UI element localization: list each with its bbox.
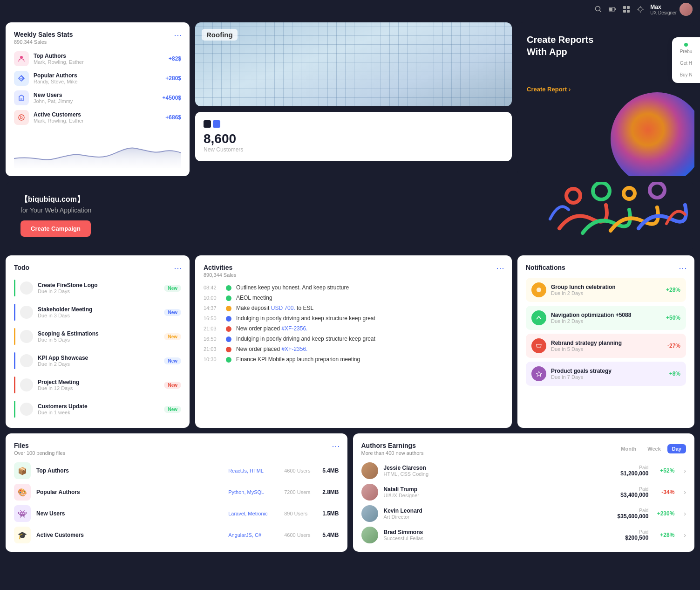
grid-icon[interactable] [622, 5, 631, 14]
todo-info: Project Meeting Due in 12 Days [38, 379, 159, 391]
stat-item-new-users: New Users John, Pat, Jimmy +4500$ [14, 90, 181, 105]
svg-rect-5 [623, 6, 626, 9]
author-role: Art Director [384, 514, 612, 520]
act-dot [226, 306, 231, 311]
act-link[interactable]: #XF-2356. [281, 346, 307, 352]
user-name: Max [650, 4, 677, 10]
top-authors-value: +82$ [169, 55, 181, 62]
files-more[interactable]: ⋯ [332, 441, 340, 451]
svg-point-22 [537, 288, 541, 292]
svg-marker-23 [536, 371, 542, 377]
author-chevron-icon[interactable]: › [684, 531, 686, 539]
todo-avatar [20, 378, 33, 391]
notifications-more[interactable]: ⋯ [679, 263, 687, 273]
todo-name: Customers Update [38, 403, 159, 410]
act-text: Indulging in poorly driving and keep str… [236, 336, 503, 342]
notif-change: +50% [666, 315, 680, 321]
files-title: Files [14, 442, 339, 449]
author-name: Kevin Leonard [384, 508, 612, 514]
ae-title: Authors Earnings [361, 442, 424, 449]
author-paid-block: Paid $200,500 [625, 529, 648, 541]
notif-due: Due in 2 Days [551, 318, 661, 324]
notif-item: Product goals strategy Due in 7 Days +8% [526, 362, 686, 386]
panel-item-prebu[interactable]: Prebu [680, 43, 693, 54]
notif-icon [531, 310, 546, 325]
brightness-icon[interactable] [636, 5, 645, 14]
file-users: 7200 Users [284, 489, 317, 495]
activities-card: Activities 890,344 Sales ⋯ 08:42 Outline… [195, 255, 512, 428]
todo-info: Stakeholder Meeting Due in 3 Days [38, 306, 159, 318]
new-users-icon [14, 90, 29, 105]
create-report-link[interactable]: Create Report › [527, 86, 571, 93]
author-paid-label: Paid [620, 487, 648, 492]
author-info: Kevin Leonard Art Director [384, 508, 612, 520]
todo-more[interactable]: ⋯ [174, 263, 182, 273]
notif-name: Group lunch celebration [551, 284, 661, 290]
todo-badge: New [164, 309, 181, 316]
activities-subtitle: 890,344 Sales [204, 272, 503, 278]
todo-avatar [20, 330, 33, 343]
weekly-sales-subtitle: 890,344 Sales [14, 39, 181, 45]
popular-authors-value: +280$ [165, 75, 181, 82]
activity-item: 10:00 AEOL meeting [204, 295, 503, 301]
campaign-content: 【biqubiqu.com】 for Your Web Application … [20, 195, 91, 237]
author-chevron-icon[interactable]: › [684, 510, 686, 517]
roofing-card: Roofing [195, 22, 512, 106]
todo-avatar [20, 403, 33, 416]
period-tab-week[interactable]: Week [643, 444, 666, 453]
file-tech: ReactJs, HTML [228, 468, 275, 473]
files-card: Files Over 100 pending files ⋯ 📦 Top Aut… [6, 433, 347, 552]
author-avatar [361, 527, 378, 543]
authors-earnings-card: Authors Earnings More than 400 new autho… [353, 433, 695, 552]
todo-avatar [20, 354, 33, 367]
row1: Weekly Sales Stats 890,344 Sales ⋯ Top A… [6, 22, 694, 176]
create-report-text: Create Report [527, 86, 567, 93]
todo-info: Customers Update Due in 1 week [38, 403, 159, 415]
author-item: Brad Simmons Successful Fellas Paid $200… [361, 527, 686, 543]
file-tech: Python, MySQL [228, 489, 275, 495]
svg-point-19 [593, 183, 610, 199]
author-info: Brad Simmons Successful Fellas [384, 529, 620, 541]
activities-more[interactable]: ⋯ [496, 263, 504, 273]
campaign-domain: 【biqubiqu.com】 [20, 195, 91, 205]
search-icon[interactable] [594, 5, 603, 14]
battery-icon [608, 5, 617, 14]
file-size: 5.4MB [322, 467, 339, 474]
author-chevron-icon[interactable]: › [684, 467, 686, 474]
author-avatar [361, 505, 378, 522]
author-paid-block: Paid $35,600,000 [618, 508, 649, 520]
weekly-sales-more[interactable]: ⋯ [174, 30, 182, 40]
user-info: Max UX Designer [650, 3, 693, 16]
period-tab-month[interactable]: Month [616, 444, 641, 453]
panel-item-buyn[interactable]: Buy N [680, 72, 692, 77]
avatar [680, 3, 693, 16]
stat-item-top-authors: Top Authors Mark, Rowling, Esther +82$ [14, 51, 181, 66]
act-link[interactable]: #XF-2356. [281, 325, 307, 332]
act-time: 21:03 [204, 325, 221, 331]
todo-badge: New [164, 382, 181, 389]
row3: Todo ⋯ Create FireStone Logo Due in 2 Da… [6, 255, 694, 428]
create-report-arrow: › [569, 86, 571, 93]
panel-item-geth[interactable]: Get H [680, 61, 692, 66]
popular-authors-people: Randy, Steve, Mike [34, 79, 161, 84]
todo-title: Todo [14, 264, 181, 271]
row4: Files Over 100 pending files ⋯ 📦 Top Aut… [6, 433, 694, 552]
panel-label: Buy N [680, 72, 692, 77]
create-campaign-button[interactable]: Create Campaign [20, 220, 91, 237]
svg-point-21 [650, 183, 665, 198]
author-role: UI/UX Designer [384, 493, 615, 498]
notif-name: Rebrand strategy planning [551, 340, 663, 346]
author-chevron-icon[interactable]: › [684, 488, 686, 496]
ae-header: Authors Earnings More than 400 new autho… [361, 442, 686, 456]
file-icon: 🎓 [14, 527, 31, 543]
todo-list: Create FireStone Logo Due in 2 Days New … [14, 278, 181, 419]
todo-name: KPI App Showcase [38, 355, 159, 361]
svg-rect-8 [627, 10, 630, 13]
file-item: 🎨 Popular Authors Python, MySQL 7200 Use… [14, 484, 339, 501]
author-change: -34% [654, 489, 674, 495]
act-link[interactable]: USD 700. [271, 305, 295, 311]
period-tab-day[interactable]: Day [667, 444, 686, 453]
new-users-name: New Users [34, 92, 158, 98]
row2: 【biqubiqu.com】 for Your Web Application … [6, 182, 694, 250]
ae-subtitle: More than 400 new authors [361, 450, 424, 456]
